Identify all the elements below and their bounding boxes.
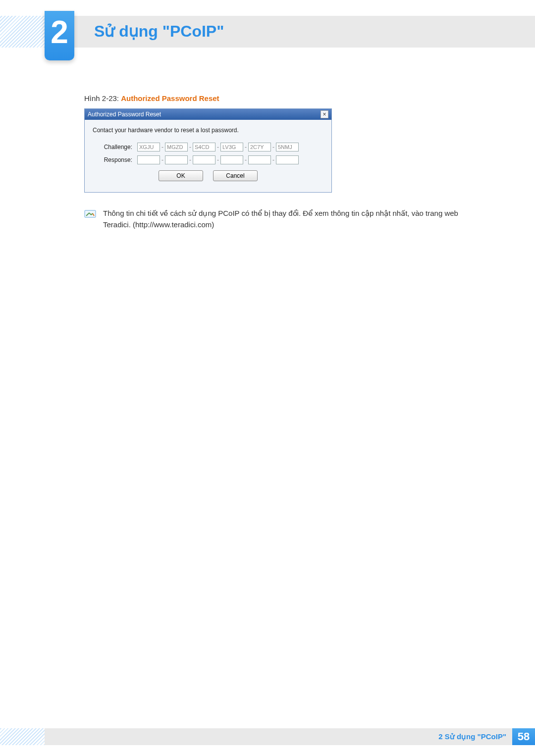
response-input-2[interactable] bbox=[165, 155, 188, 164]
dialog-buttons: OK Cancel bbox=[93, 170, 323, 181]
response-label: Response: bbox=[93, 156, 132, 163]
dialog-body: Contact your hardware vendor to reset a … bbox=[85, 120, 331, 192]
dash: - bbox=[271, 144, 276, 151]
cancel-button[interactable]: Cancel bbox=[213, 170, 258, 181]
dash: - bbox=[243, 144, 248, 151]
note-block: Thông tin chi tiết về cách sử dụng PCoIP… bbox=[84, 207, 476, 231]
content-area: Hình 2-23: Authorized Password Reset Aut… bbox=[84, 94, 476, 231]
dash: - bbox=[215, 144, 220, 151]
header-bar bbox=[0, 16, 535, 48]
response-input-1[interactable] bbox=[137, 155, 160, 164]
dash: - bbox=[188, 144, 193, 151]
footer-hatch-strip bbox=[0, 728, 45, 745]
response-input-3[interactable] bbox=[193, 155, 215, 164]
footer-grey-strip: 2 Sử dụng "PCoIP" bbox=[45, 728, 512, 745]
dialog-title: Authorized Password Reset bbox=[88, 109, 161, 120]
response-row: Response: - - - - - bbox=[93, 155, 323, 164]
challenge-seg-4: LV3G bbox=[220, 143, 243, 151]
footer-bar: 2 Sử dụng "PCoIP" 58 bbox=[0, 728, 535, 745]
challenge-seg-6: 5NMJ bbox=[276, 143, 299, 151]
challenge-seg-3: S4CD bbox=[193, 143, 215, 151]
response-input-4[interactable] bbox=[220, 155, 243, 164]
dialog-instruction: Contact your hardware vendor to reset a … bbox=[93, 127, 323, 134]
dash: - bbox=[188, 156, 193, 163]
chapter-number-badge: 2 bbox=[45, 11, 74, 60]
footer-page-number: 58 bbox=[512, 728, 535, 745]
note-text: Thông tin chi tiết về cách sử dụng PCoIP… bbox=[103, 207, 476, 231]
challenge-seg-2: MGZD bbox=[165, 143, 188, 151]
dash: - bbox=[243, 156, 248, 163]
note-icon bbox=[84, 209, 96, 219]
challenge-segments: XGJU- MGZD- S4CD- LV3G- 2C7Y- 5NMJ bbox=[137, 143, 299, 151]
ok-button[interactable]: OK bbox=[159, 170, 203, 181]
response-segments: - - - - - bbox=[137, 155, 299, 164]
dash: - bbox=[215, 156, 220, 163]
password-reset-dialog: Authorized Password Reset × Contact your… bbox=[84, 108, 332, 193]
challenge-seg-5: 2C7Y bbox=[248, 143, 271, 151]
response-input-6[interactable] bbox=[276, 155, 299, 164]
challenge-seg-1: XGJU bbox=[137, 143, 160, 151]
challenge-label: Challenge: bbox=[93, 144, 132, 151]
chapter-title: Sử dụng "PCoIP" bbox=[94, 22, 224, 41]
figure-caption: Hình 2-23: Authorized Password Reset bbox=[84, 94, 476, 102]
close-icon[interactable]: × bbox=[321, 110, 328, 118]
header-hatch-strip bbox=[0, 16, 45, 48]
figure-caption-title: Authorized Password Reset bbox=[121, 94, 219, 102]
figure-caption-prefix: Hình 2-23: bbox=[84, 94, 121, 102]
challenge-row: Challenge: XGJU- MGZD- S4CD- LV3G- 2C7Y-… bbox=[93, 143, 323, 151]
footer-chapter-ref: 2 Sử dụng "PCoIP" bbox=[438, 732, 506, 741]
dash: - bbox=[160, 156, 165, 163]
page: 2 Sử dụng "PCoIP" Hình 2-23: Authorized … bbox=[0, 0, 535, 756]
dash: - bbox=[271, 156, 276, 163]
dash: - bbox=[160, 144, 165, 151]
response-input-5[interactable] bbox=[248, 155, 271, 164]
dialog-titlebar: Authorized Password Reset × bbox=[85, 109, 331, 120]
